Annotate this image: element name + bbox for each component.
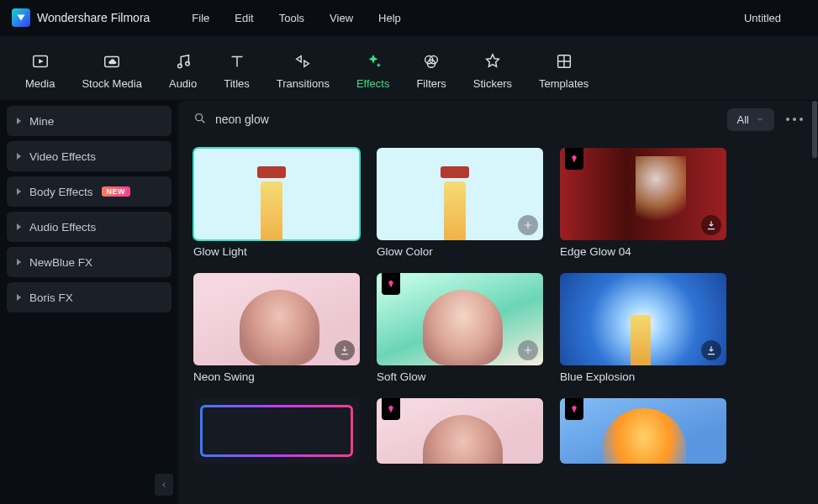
menu-view[interactable]: View: [330, 12, 353, 24]
search-input[interactable]: [215, 113, 383, 126]
tab-effects[interactable]: Effects: [343, 50, 404, 90]
music-note-icon: [172, 50, 194, 72]
app-logo-icon: [12, 8, 30, 27]
sidebar-item-mine[interactable]: Mine: [7, 106, 172, 136]
menu-help[interactable]: Help: [378, 12, 401, 24]
sidebar-item-label: Body Effects: [29, 186, 93, 198]
thumbnail: [193, 273, 360, 365]
thumbnail: [377, 273, 543, 365]
tab-stock-media-label: Stock Media: [82, 77, 142, 90]
tab-filters[interactable]: Filters: [403, 50, 459, 90]
search-wrap: [193, 112, 383, 128]
card-title: Soft Glow: [377, 370, 543, 383]
filter-dropdown[interactable]: All: [727, 108, 774, 131]
chevron-right-icon: [17, 153, 21, 160]
sidebar-item-video-effects[interactable]: Video Effects: [7, 141, 172, 171]
tab-titles[interactable]: Titles: [210, 50, 263, 90]
sidebar-item-label: Audio Effects: [29, 221, 96, 234]
thumbnail: [193, 398, 360, 464]
tab-templates[interactable]: Templates: [525, 50, 602, 90]
media-icon: [29, 50, 51, 72]
effect-card-partial-3[interactable]: [560, 398, 726, 464]
chevron-right-icon: [17, 294, 21, 301]
tab-titles-label: Titles: [224, 77, 250, 90]
sidebar: Mine Video Effects Body Effects NEW Audi…: [0, 101, 178, 504]
main: Mine Video Effects Body Effects NEW Audi…: [0, 101, 818, 504]
sidebar-item-boris-fx[interactable]: Boris FX: [7, 282, 172, 312]
sidebar-item-label: NewBlue FX: [29, 256, 92, 269]
chevron-right-icon: [17, 223, 21, 230]
chevron-right-icon: [17, 188, 21, 195]
sidebar-item-newblue-fx[interactable]: NewBlue FX: [7, 247, 172, 277]
filters-icon: [420, 50, 442, 72]
more-button[interactable]: [786, 118, 803, 121]
title-bar: Wondershare Filmora File Edit Tools View…: [0, 0, 818, 35]
chevron-right-icon: [17, 118, 21, 124]
sticker-icon: [482, 50, 504, 72]
menu-tools[interactable]: Tools: [279, 12, 304, 24]
card-title: Blue Explosion: [560, 370, 726, 383]
svg-point-9: [196, 113, 203, 120]
menu-bar: File Edit Tools View Help: [192, 12, 400, 24]
effect-card-edge-glow-04[interactable]: Edge Glow 04: [560, 148, 726, 258]
tab-templates-label: Templates: [539, 77, 588, 90]
tab-stickers-label: Stickers: [473, 77, 512, 90]
tab-stock-media[interactable]: Stock Media: [68, 50, 156, 90]
thumbnail: [377, 148, 543, 240]
premium-badge-icon: [565, 148, 583, 170]
document-title: Untitled: [744, 12, 781, 24]
effect-card-soft-glow[interactable]: Soft Glow: [377, 273, 543, 383]
scrollbar-thumb[interactable]: [812, 101, 817, 158]
content-panel: All Glow Light Glow Color: [178, 101, 818, 504]
effects-grid: Glow Light Glow Color Edge Glow 04: [178, 138, 818, 504]
svg-point-4: [185, 61, 189, 66]
sparkle-icon: [362, 50, 384, 72]
chevron-down-icon: [756, 113, 764, 126]
card-title: Neon Swing: [193, 370, 360, 383]
add-icon[interactable]: [518, 215, 538, 235]
sidebar-item-label: Video Effects: [29, 150, 96, 163]
card-title: Edge Glow 04: [560, 245, 726, 258]
thumbnail: [193, 148, 360, 240]
collapse-sidebar-button[interactable]: [155, 474, 173, 496]
scrollbar[interactable]: [811, 101, 818, 504]
templates-icon: [553, 50, 575, 72]
sidebar-item-body-effects[interactable]: Body Effects NEW: [7, 176, 172, 207]
thumbnail: [560, 398, 726, 464]
tab-filters-label: Filters: [416, 77, 446, 90]
effect-card-partial-2[interactable]: [377, 398, 543, 464]
tab-media[interactable]: Media: [12, 50, 68, 90]
cloud-icon: [101, 50, 123, 72]
premium-badge-icon: [565, 398, 583, 420]
download-icon[interactable]: [701, 215, 721, 235]
menu-file[interactable]: File: [192, 12, 209, 24]
chevron-right-icon: [17, 259, 21, 265]
thumbnail: [377, 398, 543, 464]
tab-transitions[interactable]: Transitions: [263, 50, 343, 90]
tab-audio[interactable]: Audio: [156, 50, 210, 90]
download-icon[interactable]: [335, 340, 355, 360]
filter-label: All: [737, 113, 749, 126]
add-icon[interactable]: [518, 340, 538, 360]
effect-card-glow-light[interactable]: Glow Light: [193, 148, 360, 258]
tab-media-label: Media: [25, 77, 55, 90]
content-header: All: [178, 101, 818, 138]
tab-stickers[interactable]: Stickers: [460, 50, 525, 90]
effect-card-glow-color[interactable]: Glow Color: [377, 148, 543, 258]
sidebar-item-label: Boris FX: [29, 291, 73, 304]
premium-badge-icon: [382, 398, 400, 420]
app-title: Wondershare Filmora: [37, 11, 150, 24]
sidebar-item-audio-effects[interactable]: Audio Effects: [7, 212, 172, 242]
effect-card-blue-explosion[interactable]: Blue Explosion: [560, 273, 726, 383]
download-icon[interactable]: [701, 340, 721, 360]
effect-card-neon-swing[interactable]: Neon Swing: [193, 273, 360, 383]
thumbnail: [560, 148, 726, 240]
premium-badge-icon: [382, 273, 400, 295]
menu-edit[interactable]: Edit: [235, 12, 253, 24]
tab-audio-label: Audio: [169, 77, 197, 90]
svg-point-3: [177, 64, 182, 68]
search-icon: [193, 112, 207, 128]
app-logo-wrap: Wondershare Filmora: [12, 8, 150, 27]
card-title: Glow Color: [377, 245, 543, 258]
effect-card-partial-1[interactable]: [193, 398, 360, 464]
